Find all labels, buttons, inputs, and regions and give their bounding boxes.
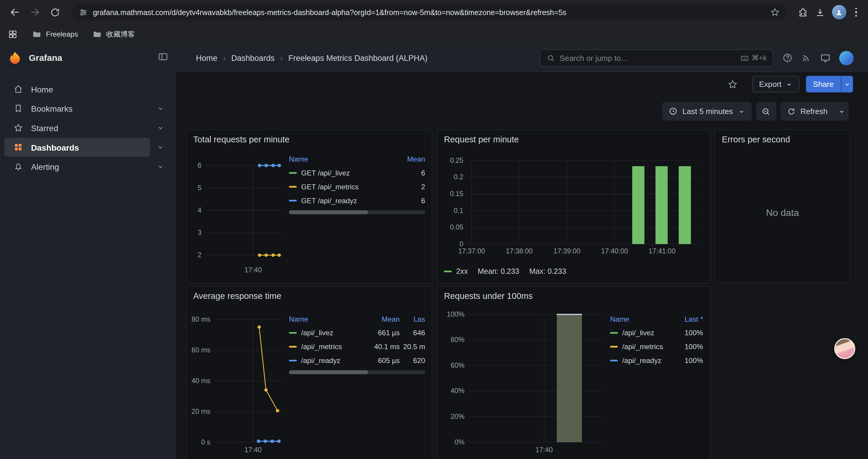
series-swatch xyxy=(610,332,618,334)
legend-row[interactable]: GET /api/_livez 6 xyxy=(289,166,425,180)
legend-row[interactable]: /api/_livez 100% xyxy=(610,326,703,340)
screen: Freeleaps 收藏博客 Grafana Home › Dash xyxy=(0,0,868,459)
legend-header-name[interactable]: Name xyxy=(289,155,397,163)
svg-text:80%: 80% xyxy=(451,336,464,343)
time-range-picker[interactable]: Last 5 minutes xyxy=(662,102,752,121)
search-input[interactable] xyxy=(560,54,736,62)
refresh-button[interactable]: Refresh xyxy=(780,102,834,121)
apps-grid-icon[interactable] xyxy=(8,29,18,39)
bookmark-folder-blogs[interactable]: 收藏博客 xyxy=(92,29,135,39)
arrow-left-icon xyxy=(9,6,20,18)
favorite-star-icon[interactable] xyxy=(727,79,738,90)
chevron-down-icon xyxy=(785,80,793,88)
panel-requests-under-100ms: Requests under 100ms 17:40100%80%60%40%2… xyxy=(437,286,710,459)
panel-title[interactable]: Total requests per minute xyxy=(193,133,425,148)
series-swatch xyxy=(289,172,297,174)
chevron-down-icon[interactable] xyxy=(150,124,171,132)
share-menu-button[interactable] xyxy=(841,76,853,93)
legend-row[interactable]: GET /api/_metrics 2 xyxy=(289,180,425,194)
sidebar-item-label: Dashboards xyxy=(31,142,79,152)
legend-scrollbar[interactable] xyxy=(289,370,425,374)
url-input[interactable] xyxy=(93,8,765,16)
grafana-logo[interactable] xyxy=(8,51,22,65)
legend-scrollbar[interactable] xyxy=(289,210,425,214)
svg-text:17:41:00: 17:41:00 xyxy=(649,247,675,255)
export-button[interactable]: Export xyxy=(752,76,799,93)
zoom-out-time-button[interactable] xyxy=(756,102,776,121)
forward-button[interactable] xyxy=(25,3,44,22)
legend-header-mean[interactable]: Mean xyxy=(397,155,425,163)
panel-title[interactable]: Request per minute xyxy=(444,133,703,148)
svg-text:4: 4 xyxy=(198,206,202,214)
back-button[interactable] xyxy=(6,3,25,22)
legend-row[interactable]: /api/_metrics 100% xyxy=(610,340,703,354)
grafana-app: Grafana Home › Dashboards › Freeleaps Me… xyxy=(0,44,868,459)
legend-header-name[interactable]: Name xyxy=(289,315,366,323)
home-icon xyxy=(13,84,23,94)
bookmark-folder-freeleaps[interactable]: Freeleaps xyxy=(32,29,78,39)
legend-header-last[interactable]: Las xyxy=(400,315,425,323)
bookmark-star-icon[interactable] xyxy=(770,7,780,17)
legend-header-last[interactable]: Last * xyxy=(673,315,703,323)
bar-chart[interactable]: 17:37:0017:38:0017:39:0017:40:0017:41:00… xyxy=(444,148,702,256)
share-button[interactable]: Share xyxy=(806,76,841,93)
breadcrumb-current[interactable]: Freeleaps Metrics Dashboard (ALPHA) xyxy=(288,54,428,62)
line-chart[interactable]: 17:4080 ms60 ms40 ms20 ms0 s xyxy=(193,304,284,455)
browser-menu-button[interactable] xyxy=(852,5,859,19)
chevron-down-icon[interactable] xyxy=(150,143,171,151)
scrollbar-thumb[interactable] xyxy=(289,370,368,374)
help-icon[interactable] xyxy=(782,53,793,63)
legend-stat-max: Max: 0.233 xyxy=(529,267,566,275)
scrollbar-thumb[interactable] xyxy=(289,210,368,214)
panel-title[interactable]: Errors per second xyxy=(722,133,843,148)
news-feed-icon[interactable] xyxy=(801,53,812,63)
legend-item[interactable]: 2xx xyxy=(444,267,468,275)
search-box[interactable]: ⌘+k xyxy=(540,49,773,67)
legend-row[interactable]: /api/_readyz 100% xyxy=(610,354,703,367)
user-avatar[interactable] xyxy=(839,51,854,65)
legend-row[interactable]: GET /api/_readyz 6 xyxy=(289,194,425,208)
dock-sidebar-icon xyxy=(158,52,168,62)
svg-text:0.15: 0.15 xyxy=(450,190,464,198)
reload-icon xyxy=(50,7,60,18)
panel-title[interactable]: Average response time xyxy=(193,290,425,304)
chevron-down-icon[interactable] xyxy=(150,163,171,170)
breadcrumb-home[interactable]: Home xyxy=(196,54,217,62)
sidebar-link-dashboards[interactable]: Dashboards xyxy=(4,138,150,157)
legend-row[interactable]: /api/_metrics 40.1 ms 20.5 m xyxy=(289,340,425,354)
svg-text:100%: 100% xyxy=(447,310,464,318)
site-settings-icon[interactable] xyxy=(79,7,88,17)
chevron-down-icon xyxy=(838,107,845,114)
url-bar[interactable] xyxy=(72,4,786,21)
monitor-icon[interactable] xyxy=(820,52,831,63)
legend-row[interactable]: /api/_readyz 605 µs 620 xyxy=(289,354,425,367)
download-icon[interactable] xyxy=(814,7,825,18)
breadcrumb-dashboards[interactable]: Dashboards xyxy=(231,54,275,62)
svg-text:0: 0 xyxy=(459,240,463,248)
sidebar-link-starred[interactable]: Starred xyxy=(4,119,150,137)
line-chart[interactable]: 17:4065432 xyxy=(193,148,284,275)
chevron-down-icon[interactable] xyxy=(150,104,171,112)
series-swatch xyxy=(610,360,618,362)
legend-header-mean[interactable]: Mean xyxy=(366,315,400,323)
series-swatch xyxy=(444,270,452,272)
bar-chart[interactable]: 17:40100%80%60%40%20%0% xyxy=(444,304,606,455)
sidebar-link-alerting[interactable]: Alerting xyxy=(4,157,150,176)
svg-text:40 ms: 40 ms xyxy=(191,377,210,385)
brand-name[interactable]: Grafana xyxy=(29,53,62,63)
floating-assistant-avatar[interactable] xyxy=(834,338,855,359)
bookmark-icon xyxy=(13,103,23,113)
legend-row[interactable]: /api/_livez 661 µs 646 xyxy=(289,326,425,340)
reload-button[interactable] xyxy=(45,3,64,22)
browser-profile-avatar[interactable] xyxy=(832,5,846,20)
sidebar-toggle-button[interactable] xyxy=(158,52,168,64)
search-shortcut: ⌘+k xyxy=(740,54,767,62)
panel-title[interactable]: Requests under 100ms xyxy=(444,290,703,304)
dashboard-canvas: Export Share Last 5 minutes xyxy=(176,72,868,459)
extensions-icon[interactable] xyxy=(797,7,808,18)
sidebar-link-home[interactable]: Home xyxy=(4,80,171,99)
dashboards-icon xyxy=(13,142,23,153)
legend-header-name[interactable]: Name xyxy=(610,315,673,323)
sidebar-link-bookmarks[interactable]: Bookmarks xyxy=(4,99,150,118)
refresh-interval-button[interactable] xyxy=(834,102,849,121)
